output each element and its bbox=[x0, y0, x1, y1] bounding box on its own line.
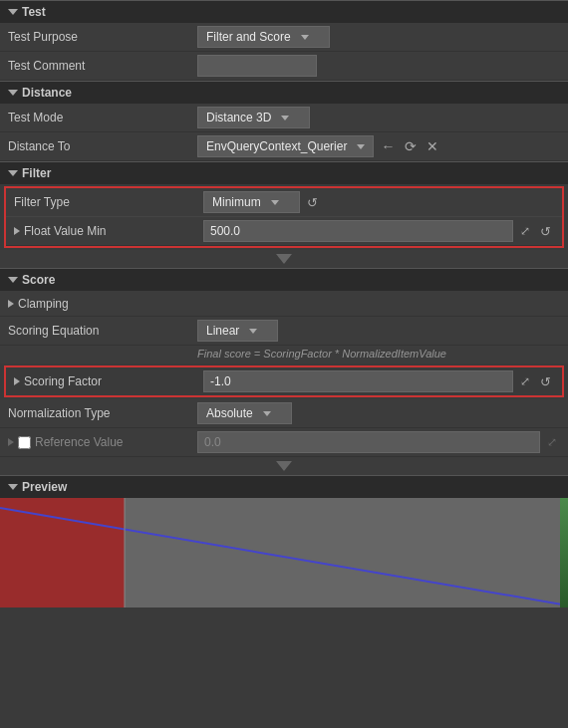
distance-section: Distance Test Mode Distance 3D Distance … bbox=[0, 81, 568, 161]
float-min-content: ⤢ ↺ bbox=[203, 220, 554, 242]
distance-to-value: EnvQueryContext_Querier bbox=[206, 139, 347, 153]
filter-type-content: Minimum ↺ bbox=[203, 191, 554, 213]
test-header: Test bbox=[0, 0, 568, 23]
normalization-type-arrow-icon bbox=[263, 411, 271, 416]
test-comment-input[interactable] bbox=[197, 55, 317, 77]
float-min-input[interactable] bbox=[203, 220, 513, 242]
scoring-factor-outer: Scoring Factor ⤢ ↺ bbox=[4, 365, 564, 397]
test-purpose-arrow-icon bbox=[301, 35, 309, 40]
distance-to-back-button[interactable]: ← bbox=[378, 137, 398, 155]
preview-collapse-arrow[interactable] bbox=[8, 484, 18, 490]
scoring-factor-expand-button[interactable]: ⤢ bbox=[517, 373, 533, 389]
normalization-type-row: Normalization Type Absolute bbox=[0, 399, 568, 428]
score-bar bbox=[560, 498, 568, 607]
float-min-reset-button[interactable]: ↺ bbox=[537, 223, 554, 240]
distance-title: Distance bbox=[22, 86, 72, 100]
reference-value-checkbox[interactable] bbox=[18, 436, 31, 449]
filter-title: Filter bbox=[22, 166, 51, 180]
filter-type-dropdown[interactable]: Minimum bbox=[203, 191, 300, 213]
filter-arrow-down bbox=[0, 250, 568, 268]
filter-type-row: Filter Type Minimum ↺ bbox=[6, 188, 562, 217]
test-mode-content: Distance 3D bbox=[197, 107, 560, 128]
clamping-expand-icon[interactable] bbox=[8, 300, 14, 308]
clamping-row: Clamping bbox=[0, 291, 568, 317]
preview-section: Preview bbox=[0, 475, 568, 607]
score-arrow-down bbox=[0, 457, 568, 475]
filter-section: Filter Filter Type Minimum ↺ Float Value… bbox=[0, 161, 568, 268]
scoring-factor-reset-button[interactable]: ↺ bbox=[537, 373, 554, 390]
filter-type-reset-button[interactable]: ↺ bbox=[304, 194, 321, 211]
distance-to-label: Distance To bbox=[8, 139, 197, 153]
preview-header: Preview bbox=[0, 475, 568, 498]
distance-to-dropdown[interactable]: EnvQueryContext_Querier bbox=[197, 135, 374, 157]
ref-expand-icon[interactable] bbox=[8, 438, 14, 446]
scoring-factor-content: ⤢ ↺ bbox=[203, 370, 554, 392]
test-mode-arrow-icon bbox=[281, 116, 289, 121]
distance-to-clear-button[interactable]: ✕ bbox=[424, 137, 441, 155]
test-collapse-arrow[interactable] bbox=[8, 9, 18, 15]
test-mode-dropdown[interactable]: Distance 3D bbox=[197, 107, 310, 128]
float-min-expand-button[interactable]: ⤢ bbox=[517, 223, 533, 239]
test-mode-row: Test Mode Distance 3D bbox=[0, 104, 568, 132]
filter-inner: Filter Type Minimum ↺ Float Value Min ⤢ … bbox=[4, 186, 564, 248]
reference-value-row: Reference Value ⤢ bbox=[0, 428, 568, 457]
reference-value-label-text: Reference Value bbox=[35, 435, 124, 449]
test-comment-content bbox=[197, 55, 560, 77]
test-mode-label: Test Mode bbox=[8, 111, 197, 124]
clamping-label-text: Clamping bbox=[18, 297, 69, 311]
test-mode-value: Distance 3D bbox=[206, 111, 271, 124]
score-section: Score Clamping Scoring Equation Linear F… bbox=[0, 268, 568, 475]
test-comment-label: Test Comment bbox=[8, 59, 197, 73]
scoring-factor-label: Scoring Factor bbox=[14, 374, 203, 388]
distance-to-row: Distance To EnvQueryContext_Querier ← ⟳ … bbox=[0, 132, 568, 161]
score-header: Score bbox=[0, 268, 568, 291]
scoring-factor-input[interactable] bbox=[203, 370, 513, 392]
scoring-factor-expand-icon[interactable] bbox=[14, 377, 20, 385]
reference-value-input[interactable] bbox=[197, 431, 540, 453]
normalization-type-dropdown[interactable]: Absolute bbox=[197, 402, 292, 424]
scoring-equation-row: Scoring Equation Linear bbox=[0, 317, 568, 346]
svg-rect-1 bbox=[125, 498, 568, 607]
test-purpose-dropdown[interactable]: Filter and Score bbox=[197, 26, 330, 48]
float-min-expand-icon[interactable] bbox=[14, 227, 20, 235]
preview-chart bbox=[0, 498, 568, 607]
svg-marker-2 bbox=[0, 498, 125, 607]
filter-type-arrow-icon bbox=[271, 200, 279, 205]
score-down-arrow-icon bbox=[276, 461, 292, 471]
normalization-type-content: Absolute bbox=[197, 402, 560, 424]
normalization-type-label: Normalization Type bbox=[8, 406, 197, 420]
distance-to-arrow-icon bbox=[357, 144, 365, 149]
test-title: Test bbox=[22, 5, 46, 19]
scoring-equation-arrow-icon bbox=[249, 329, 257, 334]
filter-collapse-arrow[interactable] bbox=[8, 170, 18, 176]
filter-type-value: Minimum bbox=[212, 195, 261, 209]
score-title: Score bbox=[22, 273, 55, 287]
distance-to-content: EnvQueryContext_Querier ← ⟳ ✕ bbox=[197, 135, 560, 157]
test-purpose-value: Filter and Score bbox=[206, 30, 291, 44]
clamping-label: Clamping bbox=[8, 297, 197, 311]
filter-type-label: Filter Type bbox=[14, 195, 203, 209]
scoring-equation-content: Linear bbox=[197, 320, 560, 342]
reference-value-content: ⤢ bbox=[197, 431, 560, 453]
formula-row: Final score = ScoringFactor * Normalized… bbox=[0, 346, 568, 364]
preview-canvas-area bbox=[0, 498, 568, 607]
preview-title: Preview bbox=[22, 480, 67, 494]
ref-expand-button[interactable]: ⤢ bbox=[544, 434, 560, 450]
scoring-equation-dropdown[interactable]: Linear bbox=[197, 320, 278, 342]
float-min-label-text: Float Value Min bbox=[24, 224, 106, 238]
normalization-type-value: Absolute bbox=[206, 406, 253, 420]
float-min-label: Float Value Min bbox=[14, 224, 203, 238]
scoring-equation-label: Scoring Equation bbox=[8, 324, 197, 338]
filter-down-arrow-icon bbox=[276, 254, 292, 264]
distance-header: Distance bbox=[0, 81, 568, 104]
distance-collapse-arrow[interactable] bbox=[8, 90, 18, 96]
test-section: Test Test Purpose Filter and Score Test … bbox=[0, 0, 568, 81]
scoring-equation-value: Linear bbox=[206, 324, 239, 338]
test-comment-row: Test Comment bbox=[0, 52, 568, 81]
test-purpose-label: Test Purpose bbox=[8, 30, 197, 44]
score-collapse-arrow[interactable] bbox=[8, 277, 18, 283]
test-purpose-row: Test Purpose Filter and Score bbox=[0, 23, 568, 52]
reference-value-label: Reference Value bbox=[8, 435, 197, 449]
distance-to-search-button[interactable]: ⟳ bbox=[402, 137, 420, 155]
filter-header: Filter bbox=[0, 161, 568, 184]
